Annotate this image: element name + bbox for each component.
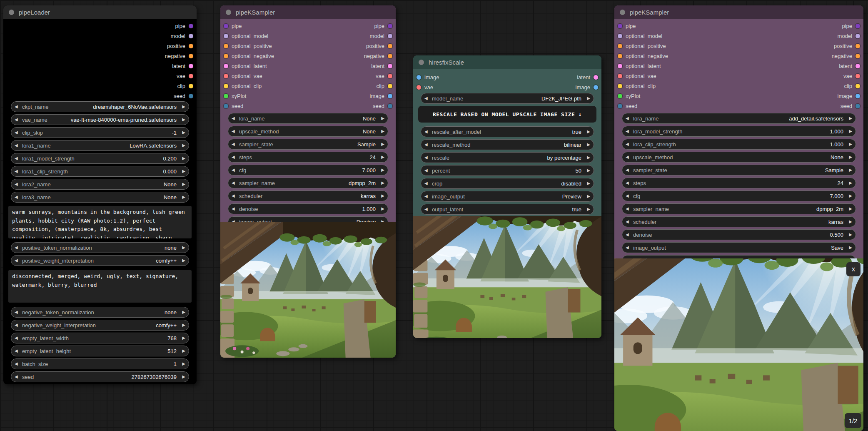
- input-slot-optional-model[interactable]: [618, 34, 622, 38]
- decrement-arrow-icon[interactable]: ◀: [15, 130, 21, 135]
- input-slot-xyplot[interactable]: [618, 94, 622, 98]
- decrement-arrow-icon[interactable]: ◀: [15, 362, 21, 366]
- increment-arrow-icon[interactable]: ▶: [179, 182, 185, 186]
- decrement-arrow-icon[interactable]: ◀: [15, 156, 21, 160]
- output-slot-vae[interactable]: [189, 74, 193, 78]
- decrement-arrow-icon[interactable]: ◀: [626, 129, 632, 133]
- widget-lora1-clip-strength[interactable]: ◀lora1_clip_strength0.000▶: [11, 166, 189, 177]
- increment-arrow-icon[interactable]: ▶: [179, 118, 185, 122]
- increment-arrow-icon[interactable]: ▶: [584, 207, 590, 211]
- widget-lora-clip-strength[interactable]: ◀lora_clip_strength1.000▶: [622, 139, 856, 150]
- collapse-dot[interactable]: [9, 10, 14, 15]
- widget-lora1-model-strength[interactable]: ◀lora1_model_strength0.200▶: [11, 153, 189, 164]
- widget-positive-token-normalization[interactable]: ◀positive_token_normalizationnone▶: [11, 242, 189, 253]
- decrement-arrow-icon[interactable]: ◀: [626, 233, 632, 237]
- widget-lora2-name[interactable]: ◀lora2_nameNone▶: [11, 179, 189, 190]
- decrement-arrow-icon[interactable]: ◀: [15, 323, 21, 327]
- node-graph-canvas[interactable]: pipeLoader pipe model positive negative …: [0, 0, 868, 431]
- widget-cfg[interactable]: ◀cfg7.000▶: [622, 190, 856, 201]
- input-slot-optional-latent[interactable]: [224, 64, 228, 68]
- decrement-arrow-icon[interactable]: ◀: [424, 96, 431, 100]
- output-slot-clip[interactable]: [388, 84, 392, 88]
- output-slot-image[interactable]: [388, 94, 392, 98]
- increment-arrow-icon[interactable]: ▶: [179, 143, 185, 148]
- input-slot-pipe[interactable]: [618, 24, 622, 28]
- output-slot-model[interactable]: [189, 34, 193, 38]
- output-slot-seed[interactable]: [189, 94, 193, 98]
- decrement-arrow-icon[interactable]: ◀: [626, 168, 632, 172]
- output-slot-latent[interactable]: [856, 64, 860, 68]
- widget-steps[interactable]: ◀steps24▶: [622, 178, 856, 188]
- input-slot-optional-vae[interactable]: [618, 74, 622, 78]
- increment-arrow-icon[interactable]: ▶: [584, 143, 590, 147]
- widget-sampler-name[interactable]: ◀sampler_namedpmpp_2m▶: [228, 178, 388, 188]
- output-slot-image[interactable]: [856, 94, 860, 98]
- widget-output-latent[interactable]: ◀output_latenttrue▶: [421, 204, 594, 215]
- input-slot-optional-positive[interactable]: [224, 44, 228, 48]
- output-slot-vae[interactable]: [388, 74, 392, 78]
- increment-arrow-icon[interactable]: ▶: [378, 181, 384, 185]
- widget-model-name[interactable]: ◀model_nameDF2K_JPEG.pth▶: [421, 93, 594, 104]
- output-slot-vae[interactable]: [856, 74, 860, 78]
- widget-cfg[interactable]: ◀cfg7.000▶: [228, 165, 388, 175]
- node-pipeksampler-2[interactable]: pipeKSampler pipepipe optional_modelmode…: [614, 5, 863, 431]
- increment-arrow-icon[interactable]: ▶: [378, 207, 384, 211]
- decrement-arrow-icon[interactable]: ◀: [424, 207, 431, 211]
- input-slot-seed[interactable]: [618, 104, 622, 108]
- increment-arrow-icon[interactable]: ▶: [846, 246, 852, 250]
- widget-rescale-after-model[interactable]: ◀rescale_after_modeltrue▶: [421, 126, 594, 137]
- decrement-arrow-icon[interactable]: ◀: [626, 220, 632, 224]
- output-slot-positive[interactable]: [388, 44, 392, 48]
- widget-crop[interactable]: ◀cropdisabled▶: [421, 178, 594, 189]
- increment-arrow-icon[interactable]: ▶: [846, 181, 852, 185]
- increment-arrow-icon[interactable]: ▶: [179, 310, 185, 314]
- increment-arrow-icon[interactable]: ▶: [179, 169, 185, 173]
- decrement-arrow-icon[interactable]: ◀: [15, 349, 21, 353]
- increment-arrow-icon[interactable]: ▶: [584, 181, 590, 185]
- increment-arrow-icon[interactable]: ▶: [584, 155, 590, 160]
- decrement-arrow-icon[interactable]: ◀: [232, 168, 238, 172]
- widget-upscale-method[interactable]: ◀upscale_methodNone▶: [622, 152, 856, 163]
- decrement-arrow-icon[interactable]: ◀: [232, 129, 238, 133]
- decrement-arrow-icon[interactable]: ◀: [232, 116, 238, 120]
- widget-clip-skip[interactable]: ◀clip_skip-1▶: [11, 127, 189, 138]
- decrement-arrow-icon[interactable]: ◀: [15, 118, 21, 122]
- input-slot-optional-positive[interactable]: [618, 44, 622, 48]
- widget-denoise[interactable]: ◀denoise1.000▶: [228, 203, 388, 214]
- widget-scheduler[interactable]: ◀schedulerkarras▶: [228, 190, 388, 201]
- input-slot-optional-negative[interactable]: [224, 54, 228, 58]
- widget-empty-latent-height[interactable]: ◀empty_latent_height512▶: [11, 346, 189, 356]
- increment-arrow-icon[interactable]: ▶: [378, 194, 384, 198]
- decrement-arrow-icon[interactable]: ◀: [15, 336, 21, 340]
- increment-arrow-icon[interactable]: ▶: [179, 195, 185, 199]
- increment-arrow-icon[interactable]: ▶: [378, 129, 384, 133]
- output-slot-clip[interactable]: [189, 84, 193, 88]
- widget-sampler-state[interactable]: ◀sampler_stateSample▶: [622, 165, 856, 175]
- decrement-arrow-icon[interactable]: ◀: [626, 194, 632, 198]
- input-slot-optional-clip[interactable]: [618, 84, 622, 88]
- output-slot-latent[interactable]: [189, 64, 193, 68]
- widget-sampler-name[interactable]: ◀sampler_namedpmpp_2m▶: [622, 203, 856, 214]
- decrement-arrow-icon[interactable]: ◀: [626, 142, 632, 146]
- decrement-arrow-icon[interactable]: ◀: [15, 182, 21, 186]
- output-slot-negative[interactable]: [189, 54, 193, 58]
- increment-arrow-icon[interactable]: ▶: [179, 323, 185, 327]
- decrement-arrow-icon[interactable]: ◀: [232, 181, 238, 185]
- increment-arrow-icon[interactable]: ▶: [846, 233, 852, 237]
- widget-ckpt-name[interactable]: ◀ckpt_namedreamshaper_6NoVae.safetensors…: [11, 101, 189, 112]
- widget-image-output[interactable]: ◀image_outputPreview▶: [421, 191, 594, 202]
- widget-lora-model-strength[interactable]: ◀lora_model_strength1.000▶: [622, 126, 856, 137]
- output-slot-latent[interactable]: [594, 75, 598, 80]
- increment-arrow-icon[interactable]: ▶: [584, 168, 590, 173]
- collapse-dot[interactable]: [419, 60, 424, 65]
- decrement-arrow-icon[interactable]: ◀: [626, 246, 632, 250]
- increment-arrow-icon[interactable]: ▶: [846, 129, 852, 133]
- increment-arrow-icon[interactable]: ▶: [846, 142, 852, 146]
- decrement-arrow-icon[interactable]: ◀: [15, 258, 21, 263]
- input-slot-optional-latent[interactable]: [618, 64, 622, 68]
- decrement-arrow-icon[interactable]: ◀: [626, 116, 632, 120]
- widget-steps[interactable]: ◀steps24▶: [228, 152, 388, 163]
- decrement-arrow-icon[interactable]: ◀: [232, 155, 238, 159]
- increment-arrow-icon[interactable]: ▶: [378, 142, 384, 146]
- output-slot-positive[interactable]: [856, 44, 860, 48]
